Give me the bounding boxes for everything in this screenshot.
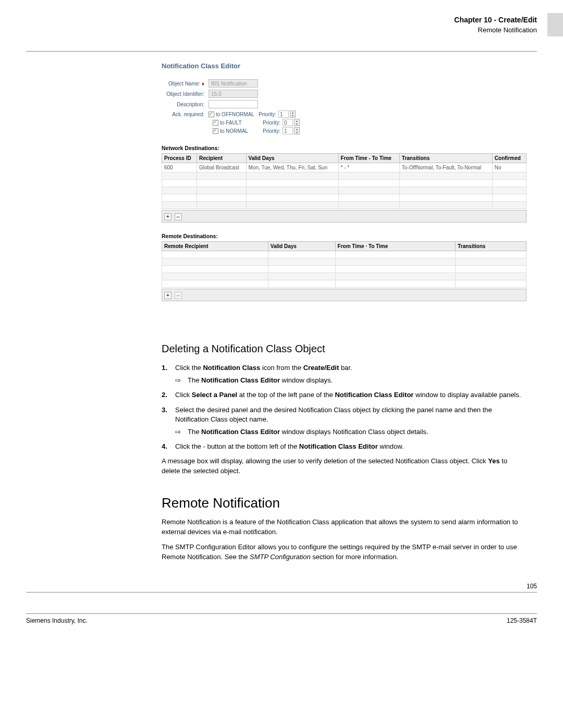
table-row[interactable] [162,194,527,202]
step-3-result: ⇨ The Notification Class Editor window d… [175,427,527,437]
input-object-identifier[interactable] [209,90,258,98]
page-number: 105 [26,583,537,590]
input-object-name[interactable] [209,79,258,88]
col-transitions: Transitions [399,154,492,163]
input-priority-fault[interactable] [283,119,293,126]
col-remote-transitions: Transitions [455,242,526,251]
col-remote-valid-days: Valid Days [268,242,335,251]
input-priority-normal[interactable] [283,127,293,134]
remove-network-button[interactable]: – [175,213,182,220]
remote-destinations-table: Remote Recipient Valid Days From Time · … [162,241,527,288]
table-row[interactable] [162,172,527,180]
step-2: 2. Click Select a Panel at the top of th… [162,390,527,400]
footer-left: Siemens Industry, Inc. [26,617,88,624]
col-remote-from-to: From Time · To Time [335,242,455,251]
col-process-id: Process ID [162,154,197,163]
col-recipient: Recipient [197,154,246,163]
label-description: Description: [162,102,209,107]
label-object-name: Object Name: ♦ [162,81,209,87]
table-row[interactable] [162,266,527,273]
network-destinations-heading: Network Destinations: [162,145,527,151]
input-priority-offnormal[interactable] [278,110,289,118]
add-network-button[interactable]: + [164,213,172,220]
label-priority-2: Priority: [262,120,283,126]
label-object-identifier: Object Identifier: [162,91,209,97]
label-priority-3: Priority: [262,128,283,134]
rn-paragraph-2: The SMTP Configuration Editor allows you… [162,542,527,562]
col-remote-recipient: Remote Recipient [162,242,268,251]
spinner-normal[interactable]: ▲▼ [294,127,300,134]
label-to-fault: to FAULT [220,120,262,126]
remote-destinations-heading: Remote Destinations: [162,233,527,239]
spinner-fault[interactable]: ▲▼ [294,119,300,126]
step-1-result: ⇨ The Notification Class Editor window d… [175,376,527,385]
result-arrow-icon: ⇨ [175,376,181,385]
chapter-section: Remote Notification [454,26,537,34]
footer-divider [26,592,537,593]
step-3: 3. Select the desired panel and the desi… [162,405,527,437]
col-valid-days: Valid Days [246,154,338,163]
label-to-offnormal: to OFFNORMAL [216,112,258,117]
table-row[interactable] [162,258,527,266]
heading-deleting: Deleting a Notification Class Object [162,343,527,355]
remove-remote-button[interactable]: – [175,292,182,299]
footer-right: 125-3584T [507,617,537,624]
add-remote-button[interactable]: + [164,292,172,299]
network-destinations-table: Process ID Recipient Valid Days From Tim… [162,153,527,209]
header-divider [26,51,537,52]
label-to-normal: to NORMAL [220,128,262,134]
label-ack-required: Ack. required: [162,112,209,117]
message-paragraph: A message box will display, allowing the… [162,456,527,476]
table-row[interactable]: 600 Global Broadcast Mon, Tue, Wed, Thu,… [162,163,527,172]
table-row[interactable] [162,180,527,187]
checkbox-normal[interactable] [213,128,218,134]
label-priority-1: Priority: [258,112,278,117]
checkbox-offnormal[interactable] [209,112,214,117]
checkbox-fault[interactable] [213,120,218,126]
editor-title: Notification Class Editor [162,62,527,70]
rn-paragraph-1: Remote Notification is a feature of the … [162,517,527,537]
spinner-offnormal[interactable]: ▲▼ [290,110,296,118]
col-confirmed: Confirmed [492,154,526,163]
heading-remote-notification: Remote Notification [162,495,527,511]
chapter-title: Chapter 10 - Create/Edit [454,16,537,24]
table-row[interactable] [162,187,527,194]
table-row[interactable] [162,251,527,258]
step-1: 1. Click the Notification Class icon fro… [162,363,527,385]
notification-class-editor: Notification Class Editor Object Name: ♦… [162,62,527,301]
result-arrow-icon: ⇨ [175,427,181,437]
table-row[interactable] [162,280,527,288]
col-from-to: From Time - To Time [338,154,399,163]
table-row[interactable] [162,273,527,280]
page-tab [547,13,563,36]
table-row[interactable] [162,202,527,209]
input-description[interactable] [209,100,258,108]
step-4: 4. Click the - button at the bottom left… [162,442,527,451]
